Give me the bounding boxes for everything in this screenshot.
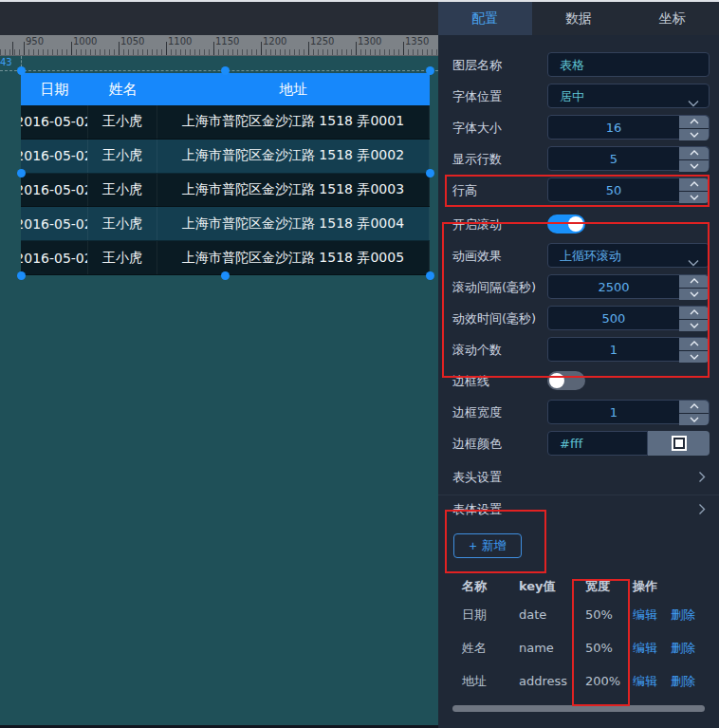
scroll-interval-input[interactable]: 2500 (547, 274, 710, 299)
field-scroll-interval: 滚动间隔(毫秒) 2500 (438, 271, 719, 303)
config-panel: 配置 数据 坐标 图层名称 表格 字体位置 居中 字体大小 16 (438, 2, 719, 728)
step-down-icon[interactable] (679, 129, 709, 141)
col-width: 200% (585, 674, 633, 688)
panel-tab-bar: 配置 数据 坐标 (438, 2, 719, 35)
field-font-size: 字体大小 16 (438, 112, 719, 143)
ruler-tick-label: 1100 (168, 36, 192, 47)
selection-guide-horizontal (0, 70, 438, 71)
resize-handle-middle-right[interactable] (426, 169, 434, 177)
step-up-icon[interactable] (679, 275, 709, 289)
edit-link[interactable]: 编辑 (633, 640, 657, 657)
border-color-input[interactable]: #fff (547, 431, 648, 456)
field-border-color: 边框颜色 #fff (438, 428, 719, 459)
field-border-width: 边框宽度 1 (438, 397, 719, 428)
window-top-edge (0, 0, 719, 2)
animation-duration-input[interactable]: 500 (547, 306, 710, 330)
col-header-key: key值 (519, 578, 585, 595)
columns-config-table: 名称 key值 宽度 操作 日期 date 50% 编辑 删除 姓名 name … (438, 575, 719, 698)
add-button-label: 新增 (482, 537, 507, 554)
col-header-actions: 操作 (633, 578, 719, 595)
section-body-settings[interactable]: 表体设置 (438, 495, 719, 524)
table-row: 2016-05-02 王小虎 上海市普陀区金沙江路 1518 弄0001 (21, 105, 430, 140)
scroll-enabled-toggle[interactable] (547, 215, 585, 233)
step-up-icon[interactable] (679, 401, 709, 414)
font-size-value: 16 (548, 116, 679, 140)
animation-select[interactable]: 上循环滚动 (547, 243, 710, 268)
field-label: 动效时间(毫秒) (452, 310, 536, 327)
editor-canvas: 950 1000 1050 1100 1150 1200 1250 1300 1… (0, 2, 438, 728)
color-picker-button[interactable] (648, 431, 710, 456)
resize-handle-top-left[interactable] (17, 66, 26, 75)
scroll-count-value: 1 (548, 338, 679, 363)
resize-handle-bottom-left[interactable] (17, 271, 26, 280)
step-down-icon[interactable] (679, 192, 709, 204)
col-width: 50% (585, 607, 633, 622)
ruler-tick-label: 1000 (73, 36, 97, 47)
tab-config[interactable]: 配置 (438, 2, 532, 35)
field-label: 开启滚动 (452, 216, 502, 233)
row-height-value: 50 (548, 178, 679, 203)
step-down-icon[interactable] (679, 160, 709, 173)
animation-value: 上循环滚动 (560, 244, 621, 269)
step-down-icon[interactable] (679, 414, 709, 426)
step-down-icon[interactable] (679, 351, 709, 364)
cell-name: 王小虎 (88, 105, 157, 139)
col-name: 地址 (462, 673, 519, 690)
resize-handle-top-center[interactable] (221, 66, 230, 75)
ruler-tick-label: 950 (26, 36, 44, 47)
delete-link[interactable]: 删除 (671, 673, 695, 690)
col-header-width: 宽度 (585, 578, 633, 595)
tab-data[interactable]: 数据 (532, 2, 626, 35)
scroll-interval-value: 2500 (548, 275, 679, 300)
border-width-input[interactable]: 1 (547, 400, 710, 424)
step-up-icon[interactable] (679, 178, 709, 192)
add-column-button[interactable]: + 新增 (453, 533, 522, 558)
color-swatch-icon (672, 436, 687, 451)
table-widget[interactable]: 日期 姓名 地址 2016-05-02 王小虎 上海市普陀区金沙江路 1518 … (21, 73, 430, 275)
table-widget-header-cell: 姓名 (88, 73, 157, 105)
resize-handle-bottom-right[interactable] (426, 271, 434, 280)
step-down-icon[interactable] (679, 289, 709, 301)
chevron-down-icon (688, 252, 699, 271)
chevron-right-icon (698, 501, 706, 519)
border-line-toggle[interactable] (547, 371, 585, 390)
cell-address: 上海市普陀区金沙江路 1518 弄0003 (157, 174, 430, 207)
edit-link[interactable]: 编辑 (633, 673, 657, 690)
columns-table-header: 名称 key值 宽度 操作 (438, 575, 719, 598)
edit-link[interactable]: 编辑 (633, 607, 657, 624)
toggle-knob (549, 373, 564, 388)
font-size-input[interactable]: 16 (547, 115, 710, 140)
horizontal-scrollbar[interactable] (452, 705, 705, 712)
field-animation-duration: 动效时间(毫秒) 500 (438, 303, 719, 334)
row-height-input[interactable]: 50 (547, 177, 710, 202)
step-up-icon[interactable] (679, 147, 709, 160)
ruler-tick-label: 1200 (263, 36, 286, 47)
step-up-icon[interactable] (679, 116, 709, 129)
border-width-value: 1 (548, 401, 679, 425)
tab-coords[interactable]: 坐标 (625, 2, 719, 35)
step-down-icon[interactable] (679, 320, 709, 332)
resize-handle-middle-left[interactable] (17, 169, 26, 177)
layer-name-input[interactable]: 表格 (547, 52, 710, 77)
row-count-input[interactable]: 5 (547, 146, 710, 171)
delete-link[interactable]: 删除 (671, 640, 695, 657)
cell-date: 2016-05-02 (21, 241, 88, 274)
plus-icon: + (469, 539, 476, 552)
font-position-select[interactable]: 居中 (547, 84, 710, 108)
design-stage[interactable]: 43 日期 姓名 地址 2016-05-02 王小虎 上海市普陀区金沙江路 15… (0, 56, 438, 725)
section-title: 表头设置 (452, 469, 502, 486)
step-up-icon[interactable] (679, 338, 709, 351)
delete-link[interactable]: 删除 (671, 607, 695, 624)
columns-table-row: 地址 address 200% 编辑 删除 (438, 664, 719, 698)
step-up-icon[interactable] (679, 307, 709, 320)
resize-handle-bottom-center[interactable] (221, 271, 230, 280)
field-scroll-enabled: 开启滚动 (438, 209, 719, 240)
cell-name: 王小虎 (88, 174, 157, 207)
scroll-count-input[interactable]: 1 (547, 337, 710, 362)
ruler-tick-label: 1350 (405, 36, 429, 47)
resize-handle-top-right[interactable] (426, 66, 434, 75)
col-name: 日期 (462, 607, 519, 624)
vertical-ruler-label: 43 (0, 57, 12, 67)
field-scroll-count: 滚动个数 1 (438, 334, 719, 365)
section-header-settings[interactable]: 表头设置 (438, 459, 719, 495)
